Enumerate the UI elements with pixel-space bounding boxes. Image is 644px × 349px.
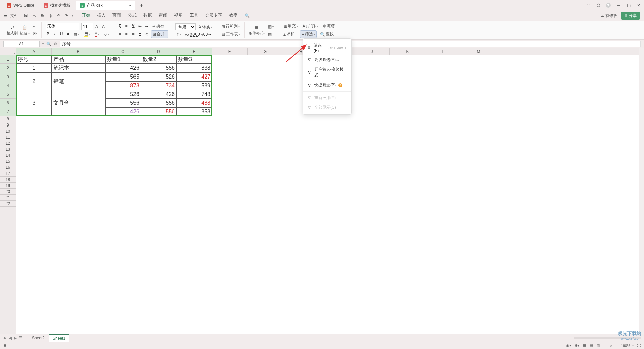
col-header[interactable]: K: [390, 48, 425, 55]
cell[interactable]: 产品: [52, 55, 105, 64]
row-header[interactable]: 4: [0, 81, 16, 90]
row-header[interactable]: 16: [0, 164, 16, 170]
tab-insert[interactable]: 插入: [97, 11, 106, 20]
minimize-button[interactable]: ─: [616, 3, 621, 8]
row-header[interactable]: 18: [0, 177, 16, 183]
freeze-button[interactable]: ❄冻结▾: [321, 22, 338, 30]
add-sheet-button[interactable]: +: [69, 336, 77, 340]
sort-button[interactable]: A↓排序▾: [301, 22, 319, 30]
changes-status[interactable]: ☁ 有修改: [600, 13, 618, 19]
view-normal-icon[interactable]: ▦: [583, 343, 586, 348]
align-bottom-icon[interactable]: ⊻: [131, 24, 136, 29]
avatar-icon[interactable]: [606, 3, 611, 8]
sheet-tab-sheet2[interactable]: Sheet2: [28, 335, 49, 341]
fullscreen-icon[interactable]: ⛶: [637, 344, 641, 348]
convert-button[interactable]: ¥转换▾: [198, 23, 213, 31]
row-header[interactable]: 2: [0, 64, 16, 72]
rowcol-button[interactable]: ⊞行和列▾: [220, 23, 241, 30]
sheet-next-icon[interactable]: ▶: [14, 336, 17, 340]
row-header[interactable]: 21: [0, 195, 16, 201]
tab-page[interactable]: 页面: [112, 11, 121, 20]
row-header[interactable]: 14: [0, 152, 16, 158]
cell[interactable]: 858: [176, 107, 212, 116]
col-header[interactable]: G: [248, 48, 283, 55]
align-top-icon[interactable]: ⊼: [117, 24, 122, 29]
format-brush-button[interactable]: 🖌格式刷: [7, 25, 18, 36]
row-header[interactable]: 15: [0, 158, 16, 164]
col-header[interactable]: A: [16, 48, 52, 55]
col-header[interactable]: L: [425, 48, 461, 55]
row-header[interactable]: 20: [0, 189, 16, 195]
row-header[interactable]: 5: [0, 90, 16, 99]
cell[interactable]: 3: [16, 90, 52, 116]
zoom-level[interactable]: 190%: [621, 344, 630, 348]
align-center-icon[interactable]: ≡: [124, 32, 129, 37]
cell[interactable]: 427: [176, 72, 212, 81]
tab-review[interactable]: 审阅: [159, 11, 167, 20]
cell[interactable]: 序号: [16, 55, 52, 64]
sheet-tab-sheet1[interactable]: Sheet1: [49, 334, 69, 342]
qat-dropdown-icon[interactable]: ▾: [72, 14, 73, 17]
save-icon[interactable]: 🖫: [24, 13, 29, 18]
row-header[interactable]: 17: [0, 170, 16, 177]
view-break-icon[interactable]: ▥: [596, 343, 600, 348]
cell[interactable]: 556: [105, 99, 141, 107]
cell[interactable]: 556: [141, 107, 176, 116]
fill-button[interactable]: ▦填充▾: [282, 22, 299, 30]
row-header[interactable]: 12: [0, 140, 16, 146]
redo-icon[interactable]: ↷: [64, 13, 69, 18]
align-left-icon[interactable]: ≡: [117, 32, 122, 37]
select-all-corner[interactable]: ◢: [0, 48, 16, 55]
cell[interactable]: 873: [105, 81, 141, 90]
cell[interactable]: 426: [141, 90, 176, 99]
cube-icon[interactable]: ⬠: [596, 3, 601, 8]
row-header[interactable]: 8: [0, 116, 16, 122]
target-icon[interactable]: ⊕▾: [575, 343, 580, 348]
hamburger-icon[interactable]: ☰: [4, 13, 8, 18]
print-icon[interactable]: 🖶: [40, 13, 45, 18]
view-page-icon[interactable]: ▤: [590, 343, 593, 348]
fill-color-button[interactable]: ⬒▾: [83, 31, 91, 38]
tab-formula[interactable]: 公式: [128, 11, 137, 20]
col-header[interactable]: C: [105, 48, 141, 55]
sheet-list-icon[interactable]: ☰: [19, 336, 22, 340]
cell[interactable]: 556: [141, 64, 176, 72]
status-icon[interactable]: ⊞: [3, 343, 6, 348]
share-button[interactable]: ⇪ 分享: [621, 12, 640, 20]
italic-icon[interactable]: I: [52, 32, 57, 36]
col-header[interactable]: F: [212, 48, 248, 55]
zoom-out-button[interactable]: −: [603, 344, 605, 348]
file-menu[interactable]: 文件: [10, 13, 18, 19]
cancel-fx-icon[interactable]: 🔍: [46, 42, 51, 46]
new-tab-button[interactable]: +: [137, 2, 146, 8]
worksheet-button[interactable]: ▦工作表▾: [220, 31, 241, 38]
cell[interactable]: 426: [105, 64, 141, 72]
row-header[interactable]: 9: [0, 122, 16, 128]
border-button[interactable]: ▦▾: [72, 31, 81, 37]
zoom-in-button[interactable]: +: [616, 344, 619, 348]
col-header[interactable]: D: [141, 48, 176, 55]
cell[interactable]: 1: [16, 64, 52, 72]
namebox-dropdown-icon[interactable]: ▾: [42, 42, 44, 45]
number-format-select[interactable]: 常规: [175, 23, 196, 30]
strike-icon[interactable]: A̶: [66, 32, 70, 36]
layout-icon[interactable]: ▢: [586, 3, 591, 8]
row-header[interactable]: 7: [0, 107, 16, 116]
col-header[interactable]: B: [52, 48, 105, 55]
cell[interactable]: 734: [141, 81, 176, 90]
cond-format-button[interactable]: ▦条件格式▾: [249, 25, 265, 36]
tab-start[interactable]: 开始: [82, 11, 90, 20]
merge-button[interactable]: ⊞合并▾: [151, 30, 168, 38]
template-tab[interactable]: D 找稻壳模板: [40, 1, 74, 10]
find-button[interactable]: 🔍查找▾: [319, 31, 337, 38]
row-header[interactable]: 22: [0, 201, 16, 207]
indent-left-icon[interactable]: ⇤: [138, 24, 142, 29]
percent-icon[interactable]: %: [184, 32, 189, 37]
row-header[interactable]: 3: [0, 72, 16, 81]
col-header[interactable]: J: [354, 48, 390, 55]
styles-button[interactable]: ▦▾: [267, 23, 275, 30]
justify-icon[interactable]: ≣: [138, 32, 142, 37]
row-header[interactable]: 10: [0, 128, 16, 134]
close-button[interactable]: ✕: [636, 3, 641, 8]
cell[interactable]: 铅笔: [52, 72, 105, 90]
